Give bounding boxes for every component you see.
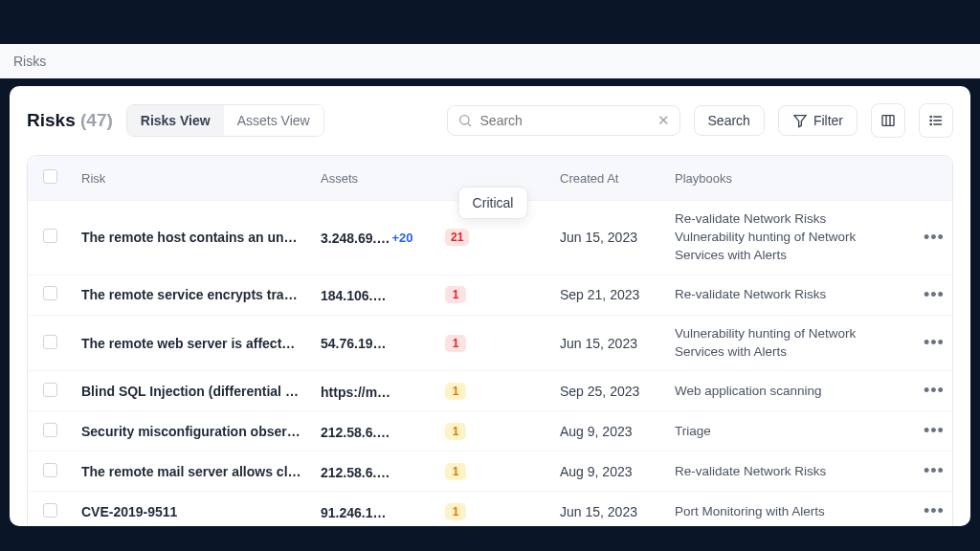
filter-button[interactable]: Filter bbox=[778, 105, 858, 136]
row-checkbox[interactable] bbox=[43, 383, 57, 397]
risk-name: Security misconfiguration observed … bbox=[81, 424, 301, 439]
svg-marker-2 bbox=[794, 116, 806, 127]
header-row: Risks (47) Risks View Assets View ✕ Sear… bbox=[27, 103, 953, 138]
created-date: Sep 21, 2023 bbox=[550, 275, 665, 315]
playbooks-cell: Triage bbox=[675, 423, 904, 441]
svg-point-0 bbox=[459, 116, 468, 124]
playbooks-cell: Web application scanning bbox=[675, 383, 904, 401]
main-card: Risks (47) Risks View Assets View ✕ Sear… bbox=[10, 86, 970, 526]
search-button[interactable]: Search bbox=[694, 105, 765, 136]
playbook-item: Vulnerability hunting of Network Service… bbox=[675, 229, 904, 265]
risk-name: CVE-2019-9511 bbox=[81, 504, 301, 519]
playbook-item: Re-validate Network Risks bbox=[675, 210, 904, 229]
row-checkbox[interactable] bbox=[43, 286, 57, 300]
filter-label: Filter bbox=[813, 113, 843, 128]
col-header-assets[interactable]: Assets bbox=[311, 156, 435, 201]
asset-value: 91.246.14… bbox=[321, 505, 392, 520]
col-header-risk[interactable]: Risk bbox=[72, 156, 311, 201]
severity-badge: 1 bbox=[445, 286, 466, 303]
asset-extra-count[interactable]: +20 bbox=[391, 231, 412, 245]
search-box[interactable]: ✕ bbox=[447, 105, 680, 136]
search-icon bbox=[457, 113, 473, 128]
created-date: Aug 9, 2023 bbox=[550, 411, 665, 452]
asset-value: 184.106.1… bbox=[321, 288, 392, 303]
row-actions-icon[interactable]: ••• bbox=[924, 461, 945, 480]
row-actions-icon[interactable]: ••• bbox=[924, 228, 945, 247]
row-checkbox[interactable] bbox=[43, 463, 57, 477]
view-toggle: Risks View Assets View bbox=[126, 104, 324, 137]
row-actions-icon[interactable]: ••• bbox=[924, 285, 945, 304]
list-icon bbox=[928, 113, 944, 128]
col-header-severity[interactable]: Critical bbox=[435, 156, 550, 201]
severity-badge: 1 bbox=[445, 383, 466, 400]
row-actions-icon[interactable]: ••• bbox=[924, 381, 945, 400]
page-title: Risks (47) bbox=[27, 110, 113, 131]
table-header-row: Risk Assets Critical Created At Playbook… bbox=[28, 156, 952, 201]
table-body: The remote host contains an unsup…3.248.… bbox=[28, 201, 952, 527]
svg-point-11 bbox=[930, 123, 931, 124]
risk-name: The remote mail server allows cleart… bbox=[81, 464, 301, 479]
created-date: Jun 15, 2023 bbox=[550, 201, 665, 276]
created-date: Sep 25, 2023 bbox=[550, 371, 665, 411]
table-row[interactable]: CVE-2019-951191.246.14…1Jun 15, 2023Port… bbox=[28, 492, 952, 526]
asset-value: 212.58.6.… bbox=[321, 465, 390, 480]
severity-badge: 1 bbox=[445, 423, 466, 440]
breadcrumb: Risks bbox=[0, 44, 980, 78]
playbooks-cell: Re-validate Network RisksVulnerability h… bbox=[675, 210, 904, 265]
col-header-created[interactable]: Created At bbox=[550, 156, 665, 201]
tab-risks-view[interactable]: Risks View bbox=[127, 105, 224, 136]
title-count: (47) bbox=[80, 110, 113, 130]
table-row[interactable]: Blind SQL Injection (differential anal…h… bbox=[28, 371, 952, 411]
created-date: Jun 15, 2023 bbox=[550, 492, 665, 526]
columns-button[interactable] bbox=[871, 103, 905, 138]
search-input[interactable] bbox=[480, 113, 650, 128]
col-header-playbooks[interactable]: Playbooks bbox=[665, 156, 914, 201]
row-actions-icon[interactable]: ••• bbox=[924, 333, 945, 352]
asset-value: 54.76.193… bbox=[321, 336, 392, 351]
playbooks-cell: Re-validate Network Risks bbox=[675, 286, 904, 304]
severity-badge: 1 bbox=[445, 463, 466, 480]
severity-tooltip: Critical bbox=[458, 187, 528, 219]
columns-icon bbox=[880, 113, 896, 128]
risks-table: Risk Assets Critical Created At Playbook… bbox=[28, 156, 952, 526]
playbook-item: Port Monitoring with Alerts bbox=[675, 503, 904, 521]
table-row[interactable]: Security misconfiguration observed …212.… bbox=[28, 411, 952, 452]
svg-line-1 bbox=[468, 123, 471, 126]
svg-point-9 bbox=[930, 116, 931, 117]
row-actions-icon[interactable]: ••• bbox=[924, 501, 945, 520]
risk-name: The remote host contains an unsup… bbox=[81, 230, 301, 245]
asset-value: 212.58.6.… bbox=[321, 425, 390, 440]
table-row[interactable]: The remote service encrypts traffic …184… bbox=[28, 275, 952, 315]
asset-value: 3.248.69.… bbox=[321, 231, 390, 246]
playbook-item: Re-validate Network Risks bbox=[675, 286, 904, 304]
playbook-item: Vulnerability hunting of Network Service… bbox=[675, 325, 904, 362]
table-row[interactable]: The remote mail server allows cleart…212… bbox=[28, 452, 952, 492]
risks-table-wrap: Risk Assets Critical Created At Playbook… bbox=[27, 155, 953, 526]
severity-badge: 21 bbox=[445, 229, 469, 246]
row-checkbox[interactable] bbox=[43, 335, 57, 349]
tab-assets-view[interactable]: Assets View bbox=[224, 105, 323, 136]
playbook-item: Web application scanning bbox=[675, 383, 904, 401]
svg-rect-3 bbox=[882, 116, 894, 126]
playbook-item: Re-validate Network Risks bbox=[675, 463, 904, 481]
list-view-button[interactable] bbox=[919, 103, 953, 138]
row-actions-icon[interactable]: ••• bbox=[924, 421, 945, 440]
app-topbar bbox=[0, 0, 980, 44]
breadcrumb-text: Risks bbox=[13, 54, 46, 69]
table-row[interactable]: The remote web server is affected b…54.7… bbox=[28, 315, 952, 371]
severity-badge: 1 bbox=[445, 335, 466, 352]
severity-badge: 1 bbox=[445, 503, 466, 520]
row-checkbox[interactable] bbox=[43, 423, 57, 437]
filter-icon bbox=[792, 113, 808, 128]
svg-point-10 bbox=[930, 120, 931, 121]
title-text: Risks bbox=[27, 110, 76, 130]
created-date: Aug 9, 2023 bbox=[550, 452, 665, 492]
risk-name: Blind SQL Injection (differential anal… bbox=[81, 384, 301, 399]
playbook-item: Triage bbox=[675, 423, 904, 441]
row-checkbox[interactable] bbox=[43, 503, 57, 518]
row-checkbox[interactable] bbox=[43, 229, 57, 243]
asset-value: https://m… bbox=[321, 385, 390, 400]
select-all-checkbox[interactable] bbox=[43, 169, 57, 184]
playbooks-cell: Port Monitoring with Alerts bbox=[675, 503, 904, 521]
clear-search-icon[interactable]: ✕ bbox=[657, 112, 670, 129]
